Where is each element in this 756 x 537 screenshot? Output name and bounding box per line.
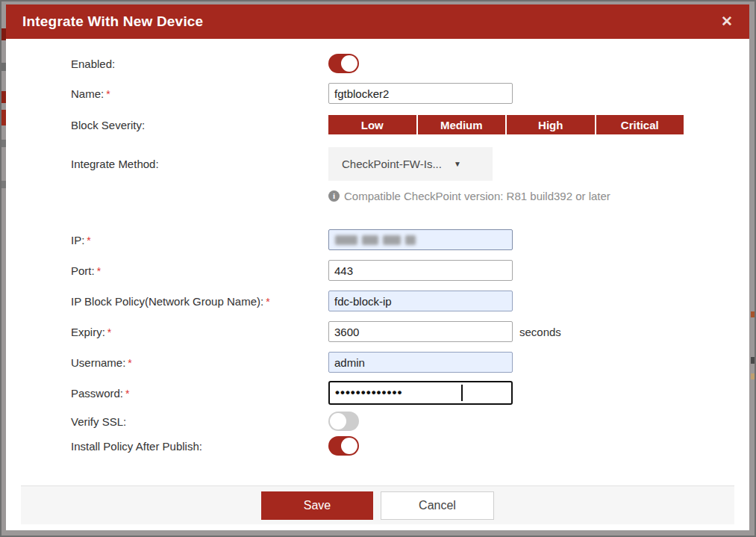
dialog-title: Integrate With New Device bbox=[6, 13, 203, 30]
text-cursor bbox=[461, 385, 463, 401]
required-marker: * bbox=[87, 235, 90, 246]
required-marker: * bbox=[125, 388, 129, 400]
toggle-knob bbox=[330, 413, 346, 429]
save-button[interactable]: Save bbox=[261, 491, 373, 520]
password-input[interactable] bbox=[328, 381, 513, 405]
enabled-toggle[interactable] bbox=[328, 54, 359, 73]
integrate-method-label: Integrate Method: bbox=[71, 158, 328, 170]
close-icon[interactable]: ✕ bbox=[721, 4, 733, 39]
dialog-footer: Save Cancel bbox=[21, 485, 734, 524]
dialog-header: Integrate With New Device ✕ bbox=[6, 4, 749, 39]
password-row: Password:* bbox=[6, 381, 749, 405]
screenshot-frame: Integrate With New Device ✕ Enabled: Nam… bbox=[0, 0, 756, 537]
required-marker: * bbox=[97, 265, 101, 277]
required-marker: * bbox=[266, 296, 269, 308]
expiry-input[interactable] bbox=[328, 321, 513, 342]
verify-ssl-toggle[interactable] bbox=[328, 412, 359, 431]
install-policy-label: Install Policy After Publish: bbox=[71, 440, 328, 453]
verify-ssl-row: Verify SSL: bbox=[6, 412, 749, 431]
chevron-down-icon: ▼ bbox=[454, 160, 461, 168]
ip-redacted-value bbox=[383, 235, 401, 245]
compatibility-info-row: i Compatible CheckPoint version: R81 bui… bbox=[6, 188, 749, 203]
ip-block-policy-label: IP Block Policy(Network Group Name):* bbox=[71, 295, 328, 308]
cancel-button[interactable]: Cancel bbox=[381, 491, 494, 520]
password-label: Password:* bbox=[71, 387, 328, 400]
install-policy-row: Install Policy After Publish: bbox=[6, 436, 749, 456]
name-label: Name:* bbox=[71, 87, 328, 100]
port-input[interactable] bbox=[328, 260, 513, 281]
backdrop-smudge bbox=[751, 373, 755, 379]
port-row: Port:* bbox=[6, 260, 749, 281]
expiry-label: Expiry:* bbox=[71, 326, 328, 338]
ip-redacted-value bbox=[335, 235, 357, 245]
ip-redacted-value bbox=[362, 235, 378, 245]
severity-critical-button[interactable]: Critical bbox=[596, 115, 684, 134]
username-label: Username:* bbox=[71, 356, 328, 369]
ip-row: IP:* bbox=[6, 229, 749, 250]
port-label: Port:* bbox=[71, 264, 328, 277]
backdrop-smudge bbox=[751, 357, 755, 364]
integrate-method-value: CheckPoint-FW-Is... bbox=[328, 158, 442, 170]
integrate-method-select[interactable]: CheckPoint-FW-Is... ▼ bbox=[328, 147, 493, 181]
ip-block-policy-input[interactable] bbox=[328, 291, 513, 311]
verify-ssl-label: Verify SSL: bbox=[71, 415, 328, 428]
block-severity-row: Block Severity: Low Medium High Critical bbox=[6, 115, 749, 134]
integrate-device-dialog: Integrate With New Device ✕ Enabled: Nam… bbox=[6, 4, 749, 530]
compatibility-info: i Compatible CheckPoint version: R81 bui… bbox=[328, 190, 610, 202]
username-input[interactable] bbox=[328, 352, 513, 373]
backdrop-smudge bbox=[751, 311, 755, 317]
ip-input[interactable] bbox=[328, 229, 513, 250]
expiry-unit-label: seconds bbox=[519, 326, 561, 338]
dialog-body: Enabled: Name:* Block Severity: Low Medi… bbox=[6, 39, 749, 530]
severity-medium-button[interactable]: Medium bbox=[418, 115, 506, 134]
compatibility-info-text: Compatible CheckPoint version: R81 build… bbox=[344, 190, 610, 202]
toggle-knob bbox=[341, 438, 357, 454]
severity-button-group: Low Medium High Critical bbox=[328, 115, 684, 134]
install-policy-toggle[interactable] bbox=[328, 436, 359, 456]
enabled-label: Enabled: bbox=[71, 58, 328, 70]
required-marker: * bbox=[106, 88, 110, 100]
ip-block-policy-row: IP Block Policy(Network Group Name):* bbox=[6, 291, 749, 311]
required-marker: * bbox=[107, 326, 111, 338]
severity-low-button[interactable]: Low bbox=[328, 115, 416, 134]
severity-high-button[interactable]: High bbox=[507, 115, 595, 134]
ip-redacted-value bbox=[405, 235, 416, 245]
enabled-row: Enabled: bbox=[6, 54, 749, 73]
toggle-knob bbox=[341, 55, 357, 72]
required-marker: * bbox=[128, 357, 131, 369]
password-field-wrapper bbox=[328, 381, 513, 405]
name-input[interactable] bbox=[328, 83, 513, 104]
expiry-row: Expiry:* seconds bbox=[6, 321, 749, 342]
name-row: Name:* bbox=[6, 83, 749, 104]
block-severity-label: Block Severity: bbox=[71, 119, 328, 131]
username-row: Username:* bbox=[6, 352, 749, 373]
info-icon: i bbox=[328, 190, 340, 202]
ip-label: IP:* bbox=[71, 234, 328, 246]
integrate-method-row: Integrate Method: CheckPoint-FW-Is... ▼ bbox=[6, 147, 749, 181]
